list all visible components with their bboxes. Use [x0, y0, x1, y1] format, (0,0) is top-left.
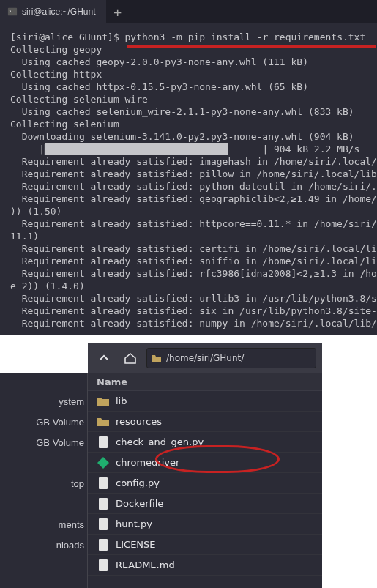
svg-rect-6 — [99, 559, 108, 571]
file-list[interactable]: Name lib resources check_and_gen.py chro… — [88, 373, 322, 588]
list-item[interactable]: check_and_gen.py — [88, 432, 322, 453]
list-item-chromedriver[interactable]: chromedriver — [88, 453, 322, 473]
sidebar-item[interactable]: ments — [0, 514, 87, 535]
file-icon — [97, 436, 110, 449]
shell-prompt: [siri@alice GHunt]$ — [10, 31, 119, 42]
list-item[interactable]: hunt.py — [88, 514, 322, 535]
svg-rect-4 — [99, 518, 108, 530]
sidebar-item[interactable]: ystem — [0, 391, 87, 412]
terminal-tabbar: siri@alice:~/GHunt + — [0, 0, 377, 23]
file-icon — [97, 538, 110, 551]
sidebar-item[interactable]: GB Volume — [0, 432, 87, 453]
progress-bar: ████████████████████████████████ — [45, 143, 228, 155]
file-icon — [97, 477, 110, 490]
req-line: Requirement already satisfied: six in /u… — [10, 305, 377, 316]
out-line: Using cached geopy-2.0.0-py3-none-any.wh… — [10, 56, 308, 67]
req-line: Requirement already satisfied: httpcore=… — [10, 218, 377, 229]
out-line: Downloading selenium-3.141.0-py2.py3-non… — [10, 131, 354, 142]
terminal-output[interactable]: [siri@alice GHunt]$ python3 -m pip insta… — [0, 23, 377, 330]
executable-icon — [97, 456, 110, 469]
req-line: Requirement already satisfied: pillow in… — [10, 168, 377, 179]
out-line: Collecting geopy — [10, 44, 102, 55]
req-line: Requirement already satisfied: geographi… — [10, 193, 377, 204]
out-line: Collecting selenium-wire — [10, 94, 148, 105]
sidebar-item — [0, 453, 87, 473]
file-icon — [97, 518, 110, 531]
file-name: config.py — [116, 477, 160, 488]
shell-command: python3 -m pip install -r requirements.t… — [125, 31, 366, 42]
list-item[interactable]: Dockerfile — [88, 494, 322, 514]
req-line: Requirement already satisfied: urllib3 i… — [10, 293, 377, 304]
folder-icon — [97, 415, 110, 428]
progress-label: | 904 kB 2.2 MB/s — [262, 144, 359, 155]
list-item[interactable]: resources — [88, 412, 322, 432]
file-name: resources — [116, 416, 162, 427]
list-item[interactable]: LICENSE — [88, 535, 322, 555]
new-tab-button[interactable]: + — [106, 0, 130, 23]
home-icon — [124, 351, 137, 365]
out-line: Collecting httpx — [10, 69, 102, 80]
path-bar[interactable]: /home/siri/GHunt/ — [146, 348, 316, 368]
folder-icon — [97, 395, 110, 408]
list-item[interactable]: lib — [88, 391, 322, 412]
sidebar-item[interactable]: GB Volume — [0, 412, 87, 432]
req-line: Requirement already satisfied: sniffio i… — [10, 256, 377, 267]
file-name: hunt.py — [116, 518, 152, 529]
home-button[interactable] — [120, 348, 141, 368]
up-button[interactable] — [94, 348, 114, 368]
file-icon — [97, 497, 110, 510]
list-item[interactable]: README.md — [88, 555, 322, 576]
svg-rect-1 — [99, 436, 108, 448]
terminal-tab-title: siri@alice:~/GHunt — [22, 7, 96, 17]
file-icon — [97, 559, 110, 572]
svg-rect-2 — [99, 477, 108, 489]
name-column-header[interactable]: Name — [88, 373, 322, 391]
terminal-tab[interactable]: siri@alice:~/GHunt — [0, 0, 106, 23]
file-name: check_and_gen.py — [116, 436, 204, 447]
sidebar-item[interactable]: top — [0, 473, 87, 494]
file-name: Dockerfile — [116, 498, 163, 509]
file-manager-window: /home/siri/GHunt/ Name lib resources che… — [88, 343, 322, 588]
fm-toolbar: /home/siri/GHunt/ — [88, 343, 322, 373]
req-line: 11.1) — [10, 231, 39, 242]
sidebar-item[interactable]: nloads — [0, 535, 87, 555]
file-name: lib — [116, 395, 127, 406]
file-name: README.md — [116, 559, 175, 570]
req-line: e 2)) (1.4.0) — [10, 280, 85, 291]
file-name: chromedriver — [116, 457, 179, 468]
out-line: Using cached httpx-0.15.5-py3-none-any.w… — [10, 81, 308, 92]
sidebar-item — [0, 494, 87, 514]
req-line: )) (1.50) — [10, 206, 61, 217]
fm-sidebar-truncated: ystem GB Volume GB Volume top ments nloa… — [0, 343, 88, 588]
req-line: Requirement already satisfied: numpy in … — [10, 318, 377, 329]
svg-rect-3 — [99, 498, 108, 510]
terminal-window: siri@alice:~/GHunt + [siri@alice GHunt]$… — [0, 0, 377, 335]
svg-rect-0 — [8, 8, 17, 16]
terminal-icon — [7, 7, 18, 17]
annotation-underline — [127, 45, 376, 48]
req-line: Requirement already satisfied: imagehash… — [10, 156, 377, 167]
svg-rect-5 — [99, 539, 108, 551]
out-line: Collecting selenium — [10, 119, 119, 130]
req-line: Requirement already satisfied: certifi i… — [10, 243, 377, 254]
req-line: Requirement already satisfied: rfc3986[i… — [10, 268, 377, 279]
req-line: Requirement already satisfied: python-da… — [10, 181, 377, 192]
list-item[interactable]: config.py — [88, 473, 322, 494]
folder-icon — [152, 353, 162, 363]
chevron-up-icon — [98, 352, 110, 364]
file-name: LICENSE — [116, 539, 156, 550]
path-text: /home/siri/GHunt/ — [166, 353, 244, 363]
out-line: Using cached selenium_wire-2.1.1-py3-non… — [10, 106, 354, 117]
